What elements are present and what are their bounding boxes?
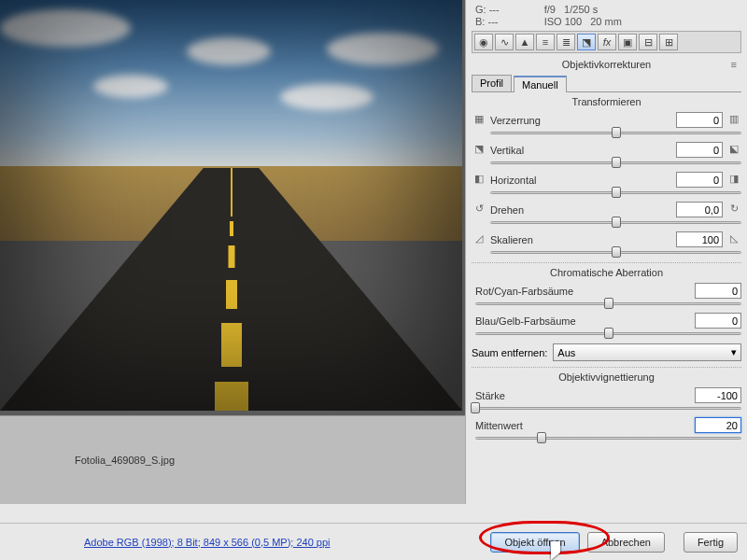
rotate-input[interactable] xyxy=(676,202,723,217)
amount-label: Stärke xyxy=(475,390,691,401)
horizontal-label: Horizontal xyxy=(490,175,672,186)
lens-tab-icon[interactable]: ⬔ xyxy=(577,34,596,50)
panel-title: Objektivkorrekturen ≡ xyxy=(472,56,741,73)
section-vignette: Objektivvignettierung xyxy=(472,371,741,383)
panel-tabs: ◉ ∿ ▲ ≡ ≣ ⬔ fx ▣ ⊟ ⊞ xyxy=(472,31,741,53)
filename-label: Fotolia_469089_S.jpg xyxy=(75,455,175,466)
scale-right-icon[interactable]: ◺ xyxy=(726,232,741,247)
preview-pane: Fotolia_469089_S.jpg xyxy=(0,0,465,504)
snapshots-tab-icon[interactable]: ⊞ xyxy=(659,34,678,50)
basic-tab-icon[interactable]: ◉ xyxy=(474,34,493,50)
midpoint-slider[interactable] xyxy=(475,433,741,442)
horizontal-input[interactable] xyxy=(676,172,723,188)
horizontal-left-icon[interactable]: ◧ xyxy=(472,173,486,188)
camera-tab-icon[interactable]: ▣ xyxy=(618,34,637,50)
curve-tab-icon[interactable]: ∿ xyxy=(495,34,514,50)
distortion-right-icon[interactable]: ▥ xyxy=(726,113,741,128)
midpoint-input[interactable] xyxy=(695,417,741,433)
midpoint-label: Mittenwert xyxy=(475,420,691,431)
done-button[interactable]: Fertig xyxy=(684,532,738,553)
hsl-tab-icon[interactable]: ≡ xyxy=(536,34,555,50)
rotate-label: Drehen xyxy=(490,204,672,216)
split-tab-icon[interactable]: ≣ xyxy=(557,34,575,50)
blueyellow-label: Blau/Gelb-Farbsäume xyxy=(475,315,691,327)
rotate-slider[interactable] xyxy=(490,217,741,227)
blueyellow-slider[interactable] xyxy=(475,329,741,338)
defringe-dropdown[interactable]: Aus ▾ xyxy=(553,343,741,361)
filmstrip: Fotolia_469089_S.jpg xyxy=(0,415,465,504)
redcyan-input[interactable] xyxy=(695,283,741,299)
scale-left-icon[interactable]: ◿ xyxy=(472,232,486,247)
vertical-slider[interactable] xyxy=(490,158,741,167)
section-transform: Transformieren xyxy=(472,96,741,107)
amount-slider[interactable] xyxy=(475,403,741,413)
horizontal-right-icon[interactable]: ◨ xyxy=(726,173,741,188)
rotate-right-icon[interactable]: ↻ xyxy=(726,203,741,217)
horizontal-slider[interactable] xyxy=(490,188,741,197)
scale-slider[interactable] xyxy=(490,247,741,257)
distortion-label: Verzerrung xyxy=(490,115,672,126)
distortion-left-icon[interactable]: ▦ xyxy=(472,113,486,128)
adjustments-panel: G: --- B: --- f/9 1/250 s ISO 100 20 mm … xyxy=(465,0,747,504)
tab-manual[interactable]: Manuell xyxy=(514,76,567,92)
rotate-left-icon[interactable]: ↺ xyxy=(472,203,486,217)
redcyan-label: Rot/Cyan-Farbsäume xyxy=(475,286,691,297)
panel-menu-icon[interactable]: ≡ xyxy=(731,59,738,70)
distortion-input[interactable] xyxy=(676,112,723,128)
dropdown-icon: ▾ xyxy=(731,346,737,358)
presets-tab-icon[interactable]: ⊟ xyxy=(639,34,657,50)
vertical-left-icon[interactable]: ⬔ xyxy=(472,143,486,158)
redcyan-slider[interactable] xyxy=(475,299,741,308)
distortion-slider[interactable] xyxy=(490,128,741,137)
scale-label: Skalieren xyxy=(490,234,672,245)
fx-tab-icon[interactable]: fx xyxy=(598,34,616,50)
tab-profile[interactable]: Profil xyxy=(472,75,512,91)
vertical-right-icon[interactable]: ⬕ xyxy=(726,143,741,158)
open-object-button[interactable]: Objekt öffnen xyxy=(490,532,579,553)
workflow-link[interactable]: Adobe RGB (1998); 8 Bit; 849 x 566 (0,5 … xyxy=(84,537,331,548)
detail-tab-icon[interactable]: ▲ xyxy=(515,34,534,50)
image-preview[interactable] xyxy=(0,0,465,415)
section-chromatic: Chromatische Aberration xyxy=(472,267,741,278)
scale-input[interactable] xyxy=(676,231,723,247)
amount-input[interactable] xyxy=(695,387,741,403)
vertical-input[interactable] xyxy=(676,142,723,158)
vertical-label: Vertikal xyxy=(490,145,672,156)
cancel-button[interactable]: Abbrechen xyxy=(587,532,665,553)
footer-bar: Adobe RGB (1998); 8 Bit; 849 x 566 (0,5 … xyxy=(0,523,747,560)
defringe-label: Saum entfernen: xyxy=(472,347,547,358)
blueyellow-input[interactable] xyxy=(695,313,741,329)
